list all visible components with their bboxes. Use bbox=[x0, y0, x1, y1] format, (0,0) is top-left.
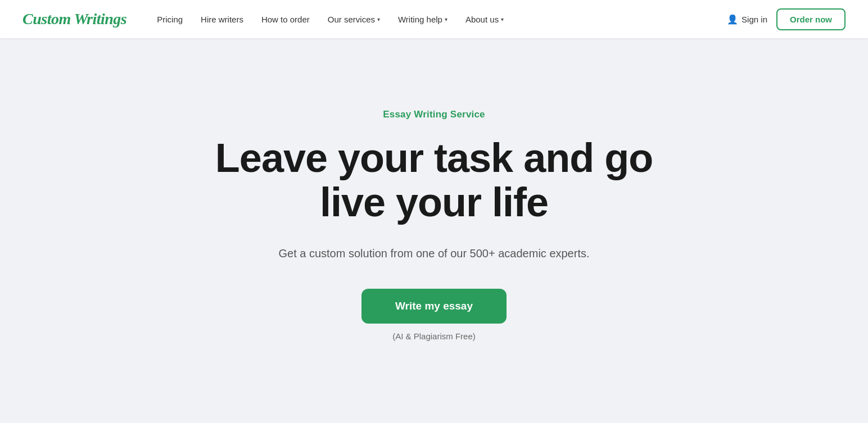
chevron-down-icon: ▾ bbox=[377, 16, 380, 22]
about-us-label: About us bbox=[465, 15, 499, 24]
hero-description: Get a custom solution from one of our 50… bbox=[278, 245, 589, 262]
nav-item-about-us[interactable]: About us ▾ bbox=[458, 10, 512, 29]
hero-subtitle: Essay Writing Service bbox=[383, 109, 485, 120]
main-nav: Pricing Hire writers How to order Our se… bbox=[149, 10, 727, 29]
nav-item-hire-writers[interactable]: Hire writers bbox=[193, 10, 251, 29]
nav-item-pricing[interactable]: Pricing bbox=[149, 10, 191, 29]
site-logo[interactable]: Custom Writings bbox=[22, 10, 126, 28]
pricing-label: Pricing bbox=[157, 15, 183, 24]
writing-help-label: Writing help bbox=[398, 15, 442, 24]
our-services-label: Our services bbox=[328, 15, 375, 24]
hero-title: Leave your task and go live your life bbox=[181, 136, 687, 225]
hire-writers-label: Hire writers bbox=[201, 15, 243, 24]
hero-note: (AI & Plagiarism Free) bbox=[392, 331, 476, 341]
user-icon: 👤 bbox=[727, 14, 738, 25]
hero-section: Essay Writing Service Leave your task an… bbox=[0, 38, 868, 423]
sign-in-label: Sign in bbox=[742, 15, 767, 24]
nav-item-how-to-order[interactable]: How to order bbox=[254, 10, 318, 29]
nav-item-our-services[interactable]: Our services ▾ bbox=[320, 10, 388, 29]
header-actions: 👤 Sign in Order now bbox=[727, 8, 846, 30]
chevron-down-icon: ▾ bbox=[501, 16, 504, 22]
order-now-button[interactable]: Order now bbox=[776, 8, 846, 30]
write-essay-button[interactable]: Write my essay bbox=[361, 289, 507, 324]
sign-in-button[interactable]: 👤 Sign in bbox=[727, 14, 767, 25]
chevron-down-icon: ▾ bbox=[445, 16, 447, 22]
how-to-order-label: How to order bbox=[261, 15, 310, 24]
site-header: Custom Writings Pricing Hire writers How… bbox=[0, 0, 868, 38]
nav-item-writing-help[interactable]: Writing help ▾ bbox=[390, 10, 455, 29]
